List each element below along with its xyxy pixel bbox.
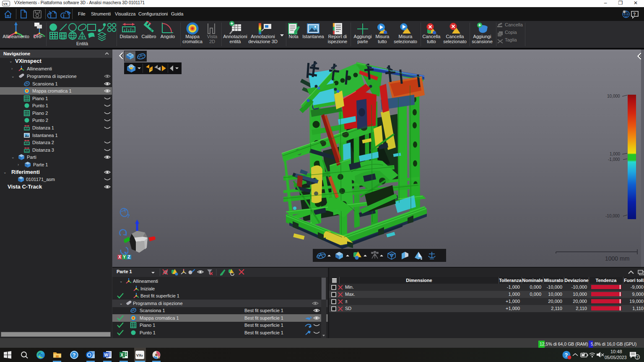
svg-text:-1,000: -1,000 [608,157,620,162]
svg-text:1000 mm: 1000 mm [605,255,629,262]
svg-text:-10,000: -10,000 [605,214,620,218]
svg-text:W: W [104,353,109,357]
svg-text:10,000: 10,000 [607,94,620,98]
svg-text:1,000: 1,000 [610,152,620,156]
svg-text:7: 7 [636,355,639,359]
svg-text:?: ? [73,352,76,358]
svg-text:?: ? [127,213,130,219]
svg-text:?: ? [565,352,568,358]
svg-text:?: ? [623,11,625,13]
svg-text:?: ? [633,12,636,17]
svg-text:VX: VX [3,2,8,6]
svg-text:X: X [121,353,124,357]
